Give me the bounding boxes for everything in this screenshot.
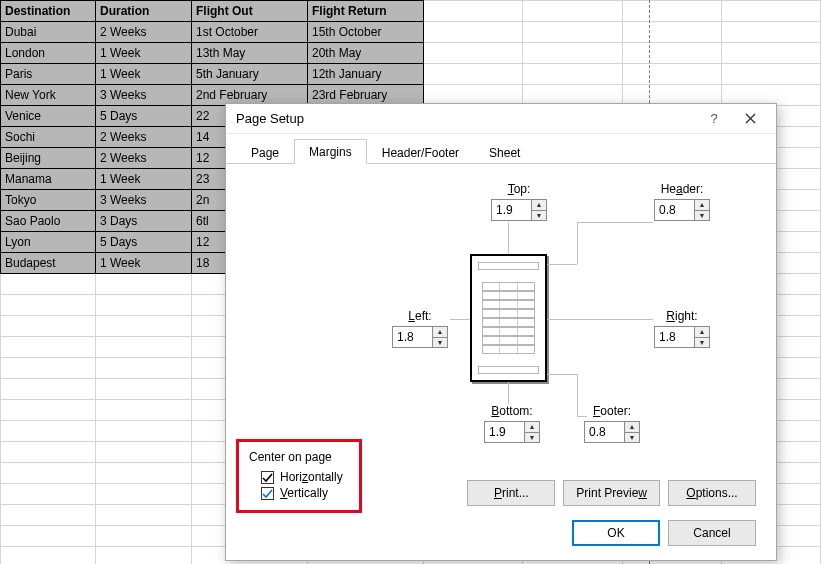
margin-top-spinner[interactable]: ▲▼ xyxy=(491,199,547,221)
cell[interactable]: 5th January xyxy=(192,64,308,85)
cell[interactable]: 3 Weeks xyxy=(96,85,192,106)
spin-down-icon[interactable]: ▼ xyxy=(695,211,709,221)
cell[interactable] xyxy=(523,43,622,64)
spin-up-icon[interactable]: ▲ xyxy=(625,422,639,433)
cell[interactable] xyxy=(721,1,820,22)
col-header-destination[interactable]: Destination xyxy=(1,1,96,22)
cell[interactable]: 1 Week xyxy=(96,169,192,190)
cell[interactable]: 20th May xyxy=(308,43,424,64)
col-header-duration[interactable]: Duration xyxy=(96,1,192,22)
help-button[interactable]: ? xyxy=(696,106,732,132)
cell[interactable] xyxy=(622,64,721,85)
cell[interactable] xyxy=(523,1,622,22)
print-preview-button[interactable]: Print Preview xyxy=(563,480,660,506)
cell[interactable] xyxy=(96,337,192,358)
cell[interactable] xyxy=(1,274,96,295)
cell[interactable]: Sochi xyxy=(1,127,96,148)
cell[interactable]: Venice xyxy=(1,106,96,127)
cell[interactable]: Dubai xyxy=(1,22,96,43)
tab-page[interactable]: Page xyxy=(236,140,294,164)
cell[interactable] xyxy=(96,295,192,316)
cell[interactable]: 2 Weeks xyxy=(96,127,192,148)
cell[interactable] xyxy=(424,22,523,43)
cell[interactable]: 2 Weeks xyxy=(96,22,192,43)
vertically-checkbox[interactable] xyxy=(261,487,274,500)
cell[interactable]: 2 Weeks xyxy=(96,148,192,169)
cell[interactable] xyxy=(721,43,820,64)
col-header-flight-return[interactable]: Flight Return xyxy=(308,1,424,22)
margin-bottom-spinner[interactable]: ▲▼ xyxy=(484,421,540,443)
cell[interactable] xyxy=(523,64,622,85)
spin-up-icon[interactable]: ▲ xyxy=(532,200,546,211)
horizontally-checkbox[interactable] xyxy=(261,471,274,484)
dialog-titlebar[interactable]: Page Setup ? xyxy=(226,104,776,134)
cell[interactable] xyxy=(1,505,96,526)
cell[interactable]: London xyxy=(1,43,96,64)
cell[interactable] xyxy=(622,1,721,22)
cell[interactable] xyxy=(96,316,192,337)
cell[interactable] xyxy=(523,22,622,43)
cell[interactable] xyxy=(1,547,96,565)
horizontally-checkbox-row[interactable]: Horizontally xyxy=(261,470,349,484)
margin-bottom-input[interactable] xyxy=(484,421,524,443)
margin-left-input[interactable] xyxy=(392,326,432,348)
vertically-checkbox-row[interactable]: Vertically xyxy=(261,486,349,500)
cell[interactable]: 5 Days xyxy=(96,106,192,127)
col-header-flight-out[interactable]: Flight Out xyxy=(192,1,308,22)
cell[interactable]: 15th October xyxy=(308,22,424,43)
spin-up-icon[interactable]: ▲ xyxy=(433,327,447,338)
tab-header-footer[interactable]: Header/Footer xyxy=(367,140,474,164)
cell[interactable]: Tokyo xyxy=(1,190,96,211)
print-button[interactable]: Print... xyxy=(467,480,555,506)
cell[interactable]: 1 Week xyxy=(96,43,192,64)
cell[interactable]: Budapest xyxy=(1,253,96,274)
cell[interactable] xyxy=(96,484,192,505)
close-button[interactable] xyxy=(732,106,768,132)
cell[interactable] xyxy=(1,295,96,316)
cell[interactable] xyxy=(96,421,192,442)
cell[interactable] xyxy=(96,379,192,400)
cell[interactable] xyxy=(1,463,96,484)
spin-down-icon[interactable]: ▼ xyxy=(525,433,539,443)
cell[interactable] xyxy=(424,1,523,22)
cell[interactable] xyxy=(622,43,721,64)
cell[interactable]: 12th January xyxy=(308,64,424,85)
cell[interactable]: Manama xyxy=(1,169,96,190)
cell[interactable] xyxy=(96,442,192,463)
cell[interactable] xyxy=(424,43,523,64)
cell[interactable] xyxy=(96,400,192,421)
cell[interactable] xyxy=(1,526,96,547)
margin-footer-spinner[interactable]: ▲▼ xyxy=(584,421,640,443)
cell[interactable]: 13th May xyxy=(192,43,308,64)
cell[interactable] xyxy=(1,316,96,337)
cell[interactable]: Beijing xyxy=(1,148,96,169)
cell[interactable]: New York xyxy=(1,85,96,106)
cell[interactable] xyxy=(96,505,192,526)
cell[interactable] xyxy=(96,547,192,565)
cell[interactable]: Sao Paolo xyxy=(1,211,96,232)
tab-sheet[interactable]: Sheet xyxy=(474,140,535,164)
margin-right-input[interactable] xyxy=(654,326,694,348)
spin-down-icon[interactable]: ▼ xyxy=(625,433,639,443)
margin-right-spinner[interactable]: ▲▼ xyxy=(654,326,710,348)
cell[interactable] xyxy=(96,463,192,484)
ok-button[interactable]: OK xyxy=(572,520,660,546)
cell[interactable] xyxy=(721,22,820,43)
spin-down-icon[interactable]: ▼ xyxy=(433,338,447,348)
cell[interactable] xyxy=(1,400,96,421)
cell[interactable] xyxy=(96,274,192,295)
spin-up-icon[interactable]: ▲ xyxy=(525,422,539,433)
cell[interactable] xyxy=(1,379,96,400)
cell[interactable]: Paris xyxy=(1,64,96,85)
margin-header-input[interactable] xyxy=(654,199,694,221)
tab-margins[interactable]: Margins xyxy=(294,139,367,164)
cell[interactable] xyxy=(1,484,96,505)
cell[interactable]: 3 Weeks xyxy=(96,190,192,211)
options-button[interactable]: Options... xyxy=(668,480,756,506)
cell[interactable] xyxy=(1,337,96,358)
cell[interactable] xyxy=(1,442,96,463)
cell[interactable] xyxy=(721,64,820,85)
margin-top-input[interactable] xyxy=(491,199,531,221)
cell[interactable] xyxy=(622,22,721,43)
cell[interactable]: 1 Week xyxy=(96,253,192,274)
